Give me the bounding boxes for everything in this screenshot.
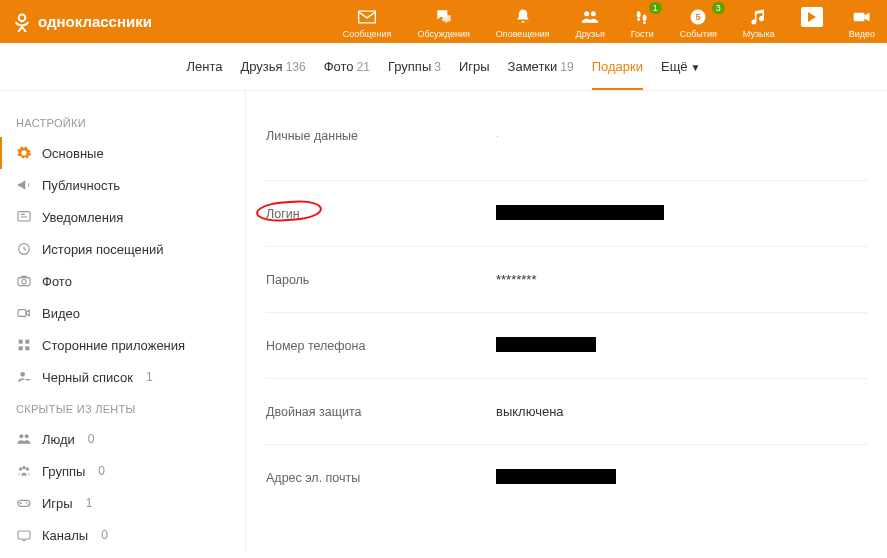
nav-notifications[interactable]: Оповещения — [496, 0, 550, 43]
row-value: · — [496, 130, 499, 142]
svg-point-2 — [591, 11, 596, 16]
row-value: ******** — [496, 272, 536, 287]
sidebar-item-apps[interactable]: Сторонние приложения — [0, 329, 245, 361]
svg-rect-18 — [19, 346, 23, 350]
sidebar-item-games[interactable]: Игры 1 — [0, 487, 245, 519]
tab-feed[interactable]: Лента — [186, 45, 222, 89]
sidebar-item-people[interactable]: Люди 0 — [0, 423, 245, 455]
svg-point-22 — [25, 434, 29, 438]
sidebar-item-channels[interactable]: Каналы 0 — [0, 519, 245, 551]
svg-rect-15 — [18, 310, 26, 317]
tab-photo[interactable]: Фото21 — [324, 45, 370, 89]
svg-point-20 — [20, 372, 25, 377]
svg-point-6 — [643, 21, 646, 24]
row-2fa[interactable]: Двойная защита выключена — [266, 379, 867, 445]
svg-point-27 — [26, 502, 27, 503]
redacted-value — [496, 205, 664, 220]
chat-bubbles-icon — [434, 7, 454, 27]
nav-play[interactable] — [801, 0, 823, 43]
nav-messages[interactable]: Сообщения — [343, 0, 392, 43]
nav-guests[interactable]: 1 Гости — [631, 0, 654, 43]
row-password[interactable]: Пароль ******** — [266, 247, 867, 313]
svg-point-4 — [643, 15, 647, 22]
nav-friends[interactable]: Друзья — [576, 0, 605, 43]
svg-point-0 — [19, 14, 26, 21]
svg-point-24 — [26, 467, 29, 470]
video-icon — [16, 305, 32, 321]
nav-events[interactable]: 3 5 События — [680, 0, 717, 43]
sidebar-item-label: Люди — [42, 432, 75, 447]
sidebar-item-label: История посещений — [42, 242, 164, 257]
sidebar-item-label: Каналы — [42, 528, 88, 543]
profile-tabs: Лента Друзья136 Фото21 Группы3 Игры Заме… — [0, 43, 887, 91]
settings-main: Личные данные · Логин Пароль ******** Но… — [246, 91, 887, 551]
sidebar-item-label: Группы — [42, 464, 85, 479]
sidebar-item-label: Основные — [42, 146, 104, 161]
tab-games[interactable]: Игры — [459, 45, 490, 89]
settings-sidebar: НАСТРОЙКИ Основные Публичность Уведомлен… — [0, 91, 246, 551]
svg-rect-12 — [18, 278, 30, 286]
sidebar-item-label: Видео — [42, 306, 80, 321]
row-label: Логин — [266, 207, 496, 221]
tab-more[interactable]: Ещё▼ — [661, 45, 701, 89]
row-value: выключена — [496, 404, 564, 419]
header-nav: Сообщения Обсуждения Оповещения Друзья 1… — [343, 0, 875, 43]
sidebar-item-label: Уведомления — [42, 210, 123, 225]
row-email[interactable]: Адрес эл. почты — [266, 445, 867, 511]
sidebar-item-photo[interactable]: Фото — [0, 265, 245, 297]
gamepad-icon — [16, 495, 32, 511]
row-value — [496, 205, 664, 223]
block-user-icon — [16, 369, 32, 385]
svg-rect-16 — [19, 340, 23, 344]
video-camera-icon — [852, 7, 872, 27]
svg-point-3 — [637, 11, 641, 18]
row-label: Личные данные — [266, 129, 496, 143]
tab-gifts[interactable]: Подарки — [592, 45, 643, 89]
nav-discussions[interactable]: Обсуждения — [418, 0, 470, 43]
camera-icon — [16, 273, 32, 289]
groups-icon — [16, 463, 32, 479]
svg-point-5 — [637, 18, 640, 21]
sidebar-item-notifications[interactable]: Уведомления — [0, 201, 245, 233]
sidebar-item-label: Черный список — [42, 370, 133, 385]
sidebar-item-label: Сторонние приложения — [42, 338, 185, 353]
svg-point-21 — [19, 434, 23, 438]
svg-rect-29 — [18, 531, 30, 539]
svg-rect-17 — [25, 340, 29, 344]
brand-text: одноклассники — [38, 13, 152, 30]
redacted-value — [496, 469, 616, 484]
sidebar-title-hidden: СКРЫТЫЕ ИЗ ЛЕНТЫ — [0, 393, 245, 423]
logo[interactable]: одноклассники — [12, 12, 152, 32]
sidebar-item-history[interactable]: История посещений — [0, 233, 245, 265]
svg-rect-19 — [25, 346, 29, 350]
svg-point-13 — [22, 279, 26, 283]
row-personal[interactable]: Личные данные · — [266, 91, 867, 181]
row-phone[interactable]: Номер телефона — [266, 313, 867, 379]
events-badge: 3 — [712, 2, 725, 14]
header-bar: одноклассники Сообщения Обсуждения Опове… — [0, 0, 887, 43]
megaphone-icon — [16, 177, 32, 193]
row-label: Пароль — [266, 273, 496, 287]
sidebar-item-main[interactable]: Основные — [0, 137, 245, 169]
nav-music[interactable]: Музыка — [743, 0, 775, 43]
sidebar-item-publicity[interactable]: Публичность — [0, 169, 245, 201]
tab-notes[interactable]: Заметки19 — [508, 45, 574, 89]
svg-text:5: 5 — [696, 12, 701, 22]
people-icon — [16, 431, 32, 447]
row-login[interactable]: Логин — [266, 181, 867, 247]
sidebar-item-video[interactable]: Видео — [0, 297, 245, 329]
svg-point-23 — [19, 467, 22, 470]
nav-video[interactable]: Видео — [849, 0, 875, 43]
sidebar-item-groups[interactable]: Группы 0 — [0, 455, 245, 487]
content: НАСТРОЙКИ Основные Публичность Уведомлен… — [0, 91, 887, 551]
row-value — [496, 337, 596, 355]
five-badge-icon: 5 — [688, 7, 708, 27]
sidebar-item-label: Публичность — [42, 178, 120, 193]
bell-icon — [513, 7, 533, 27]
tab-groups[interactable]: Группы3 — [388, 45, 441, 89]
sidebar-item-blacklist[interactable]: Черный список 1 — [0, 361, 245, 393]
svg-rect-9 — [854, 13, 865, 21]
tab-friends[interactable]: Друзья136 — [240, 45, 305, 89]
sidebar-title-settings: НАСТРОЙКИ — [0, 107, 245, 137]
svg-rect-14 — [21, 276, 26, 278]
